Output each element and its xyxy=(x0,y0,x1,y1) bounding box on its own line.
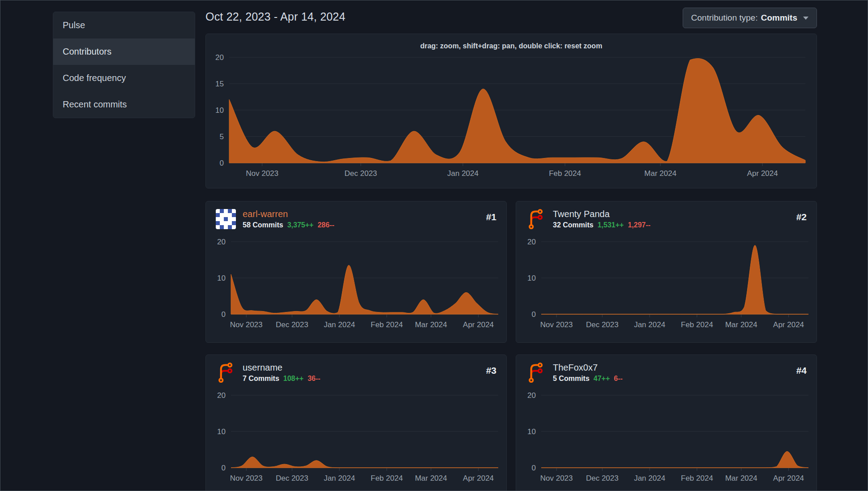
additions-count: 108++ xyxy=(283,375,304,383)
contributor-identity: Twenty Panda 32 Commits 1,531++ 1,297-- xyxy=(553,209,650,229)
chart-zoom-hint: drag: zoom, shift+drag: pan, double clic… xyxy=(206,42,817,54)
svg-text:10: 10 xyxy=(217,427,226,436)
contributor-card-header: Twenty Panda 32 Commits 1,531++ 1,297-- … xyxy=(516,201,817,234)
svg-text:Dec 2023: Dec 2023 xyxy=(586,474,619,482)
chevron-down-icon xyxy=(803,17,808,20)
svg-text:Dec 2023: Dec 2023 xyxy=(586,320,619,329)
contributor-cards-grid: earl-warren 58 Commits 3,375++ 286-- #1 … xyxy=(205,201,817,491)
contributor-identity: username 7 Commits 108++ 36-- xyxy=(243,363,321,383)
svg-text:0: 0 xyxy=(532,310,536,319)
svg-text:0: 0 xyxy=(532,464,536,472)
sidebar-item-recent-commits[interactable]: Recent commits xyxy=(53,91,195,118)
svg-text:20: 20 xyxy=(527,391,536,400)
contributor-stats: 58 Commits 3,375++ 286-- xyxy=(243,221,334,229)
contributor-activity-chart[interactable]: 01020Nov 2023Dec 2023Jan 2024Feb 2024Mar… xyxy=(206,387,506,489)
sidebar-menu: Pulse Contributors Code frequency Recent… xyxy=(53,12,195,118)
deletions-count: 1,297-- xyxy=(628,221,650,229)
contributor-activity-chart[interactable]: 01020Nov 2023Dec 2023Jan 2024Feb 2024Mar… xyxy=(516,387,817,489)
overall-chart-card: drag: zoom, shift+drag: pan, double clic… xyxy=(205,34,817,188)
rank-badge: #1 xyxy=(486,212,496,222)
svg-text:Nov 2023: Nov 2023 xyxy=(230,474,263,482)
deletions-count: 286-- xyxy=(317,221,334,229)
contribution-type-label: Contribution type: xyxy=(691,13,758,23)
contributor-avatar[interactable] xyxy=(216,209,236,229)
date-range-title: Oct 22, 2023 - Apr 14, 2024 xyxy=(205,10,346,23)
contributor-card: TheFox0x7 5 Commits 47++ 6-- #4 01020Nov… xyxy=(516,354,817,491)
svg-text:0: 0 xyxy=(222,464,226,472)
svg-text:Jan 2024: Jan 2024 xyxy=(324,474,355,482)
contributor-activity-chart[interactable]: 01020Nov 2023Dec 2023Jan 2024Feb 2024Mar… xyxy=(516,234,817,336)
svg-text:Mar 2024: Mar 2024 xyxy=(644,169,676,178)
svg-text:Nov 2023: Nov 2023 xyxy=(540,474,573,482)
contributor-stats: 5 Commits 47++ 6-- xyxy=(553,375,623,383)
contributor-card: username 7 Commits 108++ 36-- #3 01020No… xyxy=(205,354,507,491)
contributor-name[interactable]: username xyxy=(243,363,321,373)
contributor-card: Twenty Panda 32 Commits 1,531++ 1,297-- … xyxy=(516,201,817,343)
svg-text:Dec 2023: Dec 2023 xyxy=(276,320,308,329)
contributor-activity-chart[interactable]: 01020Nov 2023Dec 2023Jan 2024Feb 2024Mar… xyxy=(206,234,506,336)
contributors-page: Pulse Contributors Code frequency Recent… xyxy=(0,0,868,491)
contributor-name[interactable]: earl-warren xyxy=(243,209,334,219)
contributor-card-header: TheFox0x7 5 Commits 47++ 6-- #4 xyxy=(516,355,817,387)
additions-count: 47++ xyxy=(594,375,610,383)
contributor-avatar[interactable] xyxy=(216,363,236,383)
svg-text:Mar 2024: Mar 2024 xyxy=(415,474,447,482)
svg-text:Dec 2023: Dec 2023 xyxy=(276,474,308,482)
svg-text:0: 0 xyxy=(220,159,224,167)
deletions-count: 36-- xyxy=(308,375,320,383)
svg-text:Apr 2024: Apr 2024 xyxy=(747,169,778,178)
sidebar-item-contributors[interactable]: Contributors xyxy=(53,38,195,65)
svg-text:15: 15 xyxy=(215,80,224,88)
contributor-avatar[interactable] xyxy=(526,363,546,383)
svg-text:20: 20 xyxy=(527,238,536,246)
content-header: Oct 22, 2023 - Apr 14, 2024 Contribution… xyxy=(205,0,817,34)
commit-count: 58 Commits xyxy=(243,221,283,229)
svg-text:20: 20 xyxy=(215,54,224,62)
contributor-card: earl-warren 58 Commits 3,375++ 286-- #1 … xyxy=(205,201,507,343)
sidebar-item-code-frequency[interactable]: Code frequency xyxy=(53,65,195,91)
overall-activity-chart[interactable]: 05101520Nov 2023Dec 2023Jan 2024Feb 2024… xyxy=(206,54,817,187)
svg-text:20: 20 xyxy=(217,238,226,246)
svg-text:Dec 2023: Dec 2023 xyxy=(345,169,377,178)
commit-count: 7 Commits xyxy=(243,375,279,383)
contribution-type-dropdown[interactable]: Contribution type: Commits xyxy=(683,8,817,28)
commit-count: 5 Commits xyxy=(553,375,590,383)
contributor-card-header: earl-warren 58 Commits 3,375++ 286-- #1 xyxy=(206,201,506,234)
svg-text:5: 5 xyxy=(220,132,224,141)
svg-text:Apr 2024: Apr 2024 xyxy=(463,474,494,482)
contributor-name[interactable]: TheFox0x7 xyxy=(553,363,623,373)
contributor-name[interactable]: Twenty Panda xyxy=(553,209,650,219)
svg-text:Mar 2024: Mar 2024 xyxy=(725,474,757,482)
deletions-count: 6-- xyxy=(614,375,623,383)
svg-text:Jan 2024: Jan 2024 xyxy=(634,474,665,482)
additions-count: 3,375++ xyxy=(287,221,314,229)
svg-text:Nov 2023: Nov 2023 xyxy=(230,320,263,329)
rank-badge: #4 xyxy=(796,365,807,376)
svg-text:Apr 2024: Apr 2024 xyxy=(773,320,804,329)
contributor-stats: 32 Commits 1,531++ 1,297-- xyxy=(553,221,650,229)
svg-text:Nov 2023: Nov 2023 xyxy=(540,320,573,329)
svg-text:Jan 2024: Jan 2024 xyxy=(634,320,665,329)
svg-text:Feb 2024: Feb 2024 xyxy=(371,474,403,482)
svg-text:20: 20 xyxy=(217,391,226,400)
svg-text:Nov 2023: Nov 2023 xyxy=(246,169,278,178)
svg-text:Feb 2024: Feb 2024 xyxy=(371,320,403,329)
additions-count: 1,531++ xyxy=(598,221,624,229)
svg-text:Feb 2024: Feb 2024 xyxy=(681,320,713,329)
contributor-card-header: username 7 Commits 108++ 36-- #3 xyxy=(206,355,506,387)
contributor-avatar[interactable] xyxy=(526,209,546,229)
svg-text:Jan 2024: Jan 2024 xyxy=(324,320,355,329)
contribution-type-value: Commits xyxy=(761,13,797,23)
svg-text:10: 10 xyxy=(217,274,226,282)
svg-text:10: 10 xyxy=(215,106,224,115)
svg-text:10: 10 xyxy=(527,274,536,282)
contributor-identity: TheFox0x7 5 Commits 47++ 6-- xyxy=(553,363,623,383)
svg-text:Jan 2024: Jan 2024 xyxy=(447,169,479,178)
svg-text:Apr 2024: Apr 2024 xyxy=(773,474,804,482)
svg-text:0: 0 xyxy=(222,310,226,319)
sidebar-item-pulse[interactable]: Pulse xyxy=(53,12,195,38)
svg-text:Mar 2024: Mar 2024 xyxy=(725,320,757,329)
contributor-identity: earl-warren 58 Commits 3,375++ 286-- xyxy=(243,209,334,229)
svg-text:10: 10 xyxy=(527,427,536,436)
svg-text:Feb 2024: Feb 2024 xyxy=(681,474,713,482)
